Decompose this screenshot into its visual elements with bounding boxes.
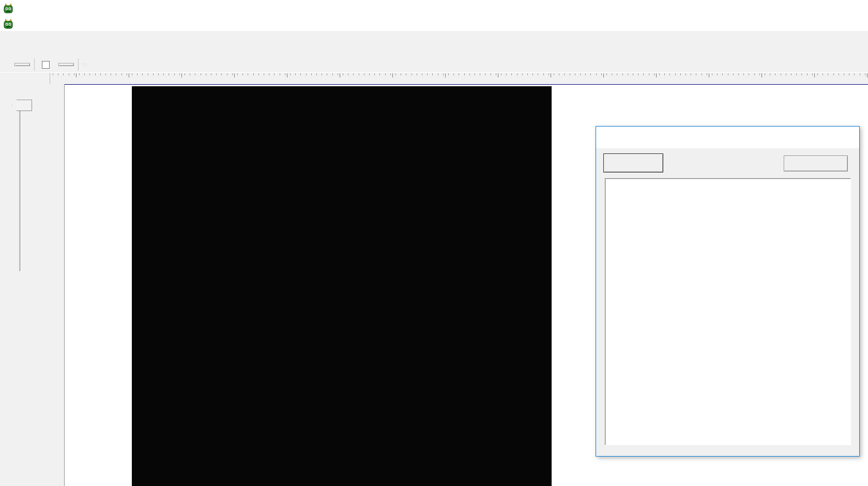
menu-bar [0,17,868,32]
export-text-button[interactable] [784,155,848,171]
wavosaur-window: { "window": { "title": "Wavosaur - [SDRS… [0,0,868,486]
toolbar-transport [0,44,868,57]
properties-content-panel [605,178,851,445]
master-panel [0,84,65,486]
dialog-title-bar[interactable] [596,127,859,148]
master-slider-track[interactable] [19,107,21,271]
app-icon [3,3,13,13]
separator [34,58,35,71]
ruler-corner [0,73,50,84]
realtime-checkbox-wrap [42,61,53,69]
timeline-ruler[interactable] [0,72,868,85]
properties-dialog [596,126,860,457]
vst-apply-button[interactable] [58,63,74,66]
ok-button[interactable] [603,153,663,173]
realtime-checkbox[interactable] [42,61,50,69]
title-bar[interactable] [0,0,868,17]
waveform-trace [65,84,220,162]
toolbar-main [0,31,868,44]
document-icon[interactable] [3,19,13,29]
vst-rack-button[interactable] [14,63,30,66]
separator [78,58,79,71]
automation-toolbar [83,64,87,66]
vst-bar [0,57,868,73]
master-slider-handle[interactable] [12,100,32,111]
